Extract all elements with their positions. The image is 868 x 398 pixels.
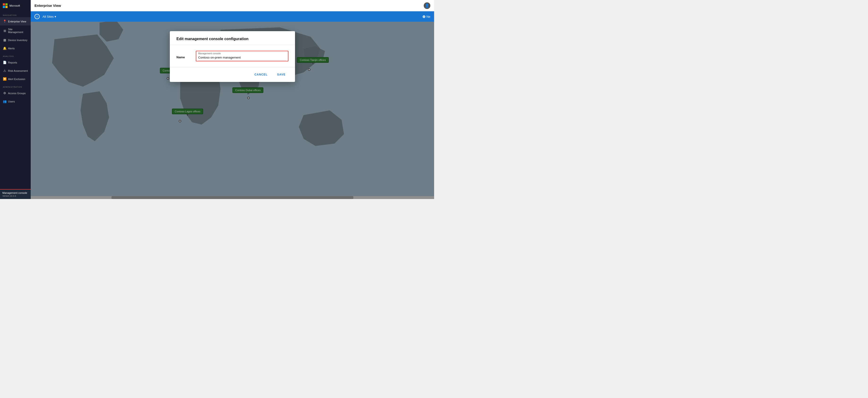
subbar: i All Sites ▾ ⊕ Ne [31,11,434,22]
nav-section-label-navigation: NAVIGATION [0,11,31,17]
all-sites-dropdown[interactable]: All Sites ▾ [42,15,56,19]
modal-field-label: Name [177,51,188,59]
user-avatar[interactable]: 👤 [424,2,430,9]
map-area: Contoso Paris offices Contoso Tianjin of… [31,22,434,199]
sidebar-item-label-alerts: Alerts [8,47,14,50]
microsoft-logo-icon [3,3,7,8]
sidebar-item-risk-assessment[interactable]: ⚠ Risk Assessment [0,67,31,75]
info-icon[interactable]: i [34,14,40,19]
main-content: Enterprise View 👤 i All Sites ▾ ⊕ Ne [31,0,434,199]
management-console-title: Management console [2,192,28,194]
edit-console-modal: Edit management console configuration Na… [170,31,295,82]
alert-exclusion-icon: 🔽 [3,77,7,81]
new-button[interactable]: ⊕ Ne [422,14,430,19]
sidebar-item-label-alert-exclusion: Alert Exclusion [8,78,25,80]
chevron-down-icon: ▾ [55,15,56,19]
save-button[interactable]: SAVE [274,71,288,78]
alerts-icon: 🔔 [3,46,7,50]
sidebar-item-reports[interactable]: 📄 Reports [0,58,31,67]
sidebar-item-label-site-management: Site Management [8,28,28,34]
page-title: Enterprise View [34,4,61,7]
modal-body: Name Management console [170,45,295,67]
sidebar-nav: NAVIGATION 📍 Enterprise View ⊞ Site Mana… [0,11,31,189]
plus-icon: ⊕ [422,14,425,19]
topbar: Enterprise View 👤 [31,0,434,11]
sidebar-item-label-risk-assessment: Risk Assessment [8,69,28,72]
sidebar-item-access-groups[interactable]: ⚙ Access Groups [0,89,31,97]
logo-text: Microsoft [9,4,20,7]
modal-title: Edit management console configuration [177,37,248,41]
sidebar-item-enterprise-view[interactable]: 📍 Enterprise View [0,17,31,26]
modal-footer: CANCEL SAVE [170,67,295,82]
sidebar-item-label-access-groups: Access Groups [8,92,26,95]
management-console-version: Version 22.3.4 [2,195,28,197]
sidebar-item-site-management[interactable]: ⊞ Site Management [0,26,31,36]
sidebar-item-label-enterprise-view: Enterprise View [8,20,26,23]
management-console-name-input[interactable] [198,55,286,60]
sidebar: Microsoft NAVIGATION 📍 Enterprise View ⊞… [0,0,31,199]
cancel-button[interactable]: CANCEL [252,71,271,78]
all-sites-label: All Sites [42,15,54,19]
access-groups-icon: ⚙ [3,91,7,95]
sidebar-item-alerts[interactable]: 🔔 Alerts [0,44,31,53]
sidebar-item-users[interactable]: 👥 Users [0,97,31,105]
device-inventory-icon: ▦ [3,38,7,42]
management-console-item[interactable]: Management console Version 22.3.4 [0,189,31,199]
account-icon: 👤 [425,3,429,8]
topbar-right: 👤 [424,2,430,9]
sidebar-item-alert-exclusion[interactable]: 🔽 Alert Exclusion [0,75,31,83]
nav-section-label-analysis: ANALYSIS [0,53,31,58]
sidebar-logo: Microsoft [0,0,31,11]
sidebar-item-device-inventory[interactable]: ▦ Device Inventory [0,36,31,44]
sidebar-item-label-reports: Reports [8,61,17,64]
reports-icon: 📄 [3,61,7,64]
modal-input-wrap: Management console [196,51,288,61]
new-label: Ne [426,15,430,19]
users-icon: 👥 [3,100,7,103]
sidebar-item-label-users: Users [8,100,15,103]
sidebar-item-label-device-inventory: Device Inventory [8,39,27,41]
modal-overlay: Edit management console configuration Na… [31,22,434,199]
subbar-right: ⊕ Ne [422,14,430,19]
risk-assessment-icon: ⚠ [3,69,7,72]
modal-input-placeholder-label: Management console [198,52,286,55]
enterprise-view-icon: 📍 [3,20,7,23]
site-management-icon: ⊞ [3,29,7,33]
modal-header: Edit management console configuration [170,31,295,45]
nav-section-label-administration: ADMINISTRATION [0,83,31,89]
